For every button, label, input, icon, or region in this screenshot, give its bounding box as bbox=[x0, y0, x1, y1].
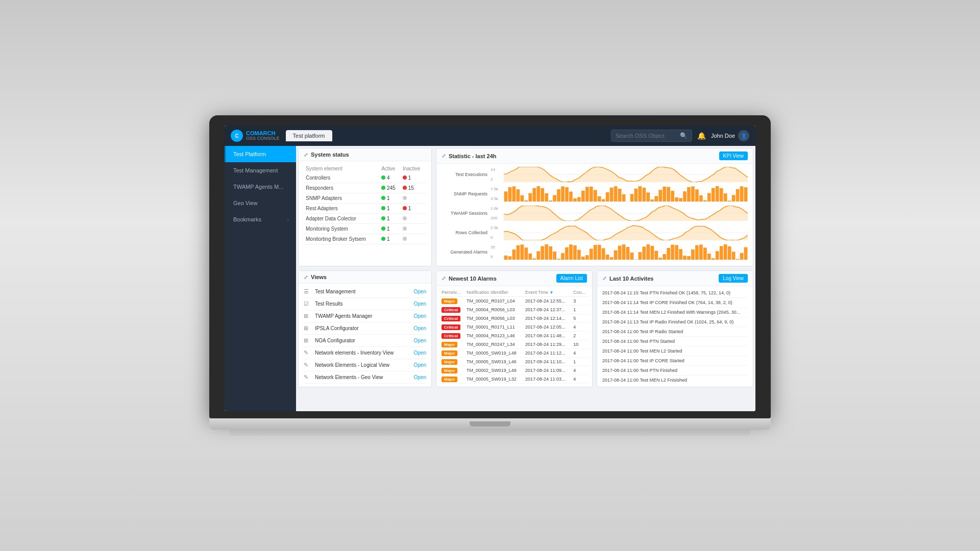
svg-rect-121 bbox=[732, 252, 736, 260]
inactive-cell bbox=[401, 224, 426, 234]
expand-icon[interactable]: ⤢ bbox=[304, 152, 308, 158]
logo-icon: C bbox=[231, 130, 243, 142]
search-input[interactable] bbox=[616, 133, 677, 139]
list-item: 2017-08-24 11:14 Test MEN L2 Finished Wi… bbox=[602, 308, 748, 317]
count-cell: 3 bbox=[571, 297, 589, 306]
active-value: 1 bbox=[387, 216, 390, 221]
topbar-right: 🔍 🔔 John Doe 👤 bbox=[611, 130, 749, 142]
open-link[interactable]: Open bbox=[414, 313, 426, 319]
active-dot bbox=[381, 216, 385, 220]
svg-rect-42 bbox=[667, 187, 670, 202]
open-link[interactable]: Open bbox=[414, 338, 426, 343]
view-name: Network Elements - Geo View bbox=[315, 374, 410, 380]
svg-rect-69 bbox=[520, 244, 524, 260]
chart-y-labels: 2.5k0 bbox=[491, 226, 501, 240]
svg-rect-86 bbox=[590, 248, 593, 260]
svg-rect-83 bbox=[577, 250, 581, 260]
activities-body: 2017-08-24 11:15 Test PTN Finished OK (1… bbox=[597, 286, 753, 387]
sidebar-item-bookmarks[interactable]: Bookmarks› bbox=[225, 211, 296, 228]
severity-cell: Critical bbox=[439, 314, 464, 323]
svg-rect-43 bbox=[671, 191, 674, 202]
activities-expand-icon[interactable]: ⤢ bbox=[602, 276, 606, 281]
svg-rect-45 bbox=[679, 198, 682, 202]
svg-rect-33 bbox=[630, 194, 634, 202]
views-title: Views bbox=[311, 274, 327, 280]
stats-expand-icon[interactable]: ⤢ bbox=[442, 153, 446, 159]
notification-cell: TM_00002_R0107_L04 bbox=[464, 297, 523, 306]
svg-rect-95 bbox=[626, 247, 630, 260]
alarms-expand-icon[interactable]: ⤢ bbox=[442, 276, 446, 281]
svg-rect-80 bbox=[565, 247, 569, 260]
sidebar-item-geo-view[interactable]: Geo View bbox=[225, 195, 296, 211]
active-cell: 1 bbox=[379, 214, 401, 224]
open-link[interactable]: Open bbox=[414, 350, 426, 356]
list-item: ⊞ TWAMP Agents Manager Open bbox=[304, 310, 426, 322]
active-value: 4 bbox=[387, 175, 390, 181]
inactive-cell bbox=[401, 193, 426, 204]
sidebar-item-test-management[interactable]: Test Management bbox=[225, 162, 296, 179]
logo-text: COMARCH OSS CONSOLE bbox=[246, 130, 280, 141]
chart-label: TWAMP Sessions bbox=[442, 211, 487, 216]
svg-rect-34 bbox=[634, 189, 638, 202]
severity-badge: Major bbox=[442, 359, 457, 365]
log-view-button[interactable]: Log View bbox=[719, 274, 748, 283]
notification-cell: TM_00002_R0247_L34 bbox=[464, 340, 523, 349]
svg-rect-87 bbox=[594, 245, 597, 260]
kpi-view-button[interactable]: KPI View bbox=[719, 152, 748, 160]
open-link[interactable]: Open bbox=[414, 301, 426, 307]
inactive-dot bbox=[403, 176, 407, 180]
open-link[interactable]: Open bbox=[414, 289, 426, 294]
alarm-col-notification: Notification Identifier bbox=[464, 288, 523, 297]
alarm-list-button[interactable]: Alarm List bbox=[556, 274, 587, 283]
chart-label: Test Executions bbox=[442, 172, 487, 177]
open-link[interactable]: Open bbox=[414, 374, 426, 380]
svg-rect-73 bbox=[536, 251, 540, 260]
sidebar-item-test-platform[interactable]: Test Platform bbox=[225, 146, 296, 162]
severity-badge: Major bbox=[442, 350, 457, 356]
svg-rect-12 bbox=[545, 193, 548, 202]
svg-rect-3 bbox=[508, 187, 512, 202]
svg-rect-41 bbox=[663, 187, 666, 202]
chevron-right-icon: › bbox=[287, 217, 289, 222]
svg-rect-17 bbox=[565, 187, 569, 202]
active-dot bbox=[381, 176, 385, 180]
list-item: 2017-08-24 11:15 Test PTN Finished OK (1… bbox=[602, 288, 748, 298]
tab-test-platform[interactable]: Test platform bbox=[286, 130, 332, 141]
search-box[interactable]: 🔍 bbox=[611, 130, 692, 142]
list-item: 2017-08-24 11:00 Test MEN L2 Fnisished bbox=[602, 375, 748, 385]
inactive-dot bbox=[403, 186, 407, 190]
svg-rect-109 bbox=[683, 256, 687, 260]
svg-rect-68 bbox=[516, 245, 520, 260]
chart-area bbox=[504, 225, 748, 240]
event-time-cell: 2017-08-24 11:03... bbox=[523, 375, 571, 384]
svg-rect-39 bbox=[654, 196, 658, 202]
severity-badge: Major bbox=[442, 342, 457, 347]
svg-rect-7 bbox=[524, 201, 528, 202]
chart-area bbox=[504, 186, 748, 202]
chart-area bbox=[504, 167, 748, 182]
severity-cell: Major bbox=[439, 366, 464, 375]
active-cell: 1 bbox=[379, 224, 401, 234]
svg-rect-70 bbox=[524, 247, 528, 260]
svg-rect-10 bbox=[536, 186, 540, 202]
notification-cell: TM_00004_R0056_L03 bbox=[464, 314, 523, 323]
view-type-icon: ☰ bbox=[304, 288, 311, 295]
view-type-icon: ☑ bbox=[304, 300, 311, 307]
sort-icon[interactable]: ▼ bbox=[550, 290, 554, 295]
bell-icon[interactable]: 🔔 bbox=[697, 132, 706, 140]
view-type-icon: ⊞ bbox=[304, 325, 311, 332]
open-link[interactable]: Open bbox=[414, 362, 426, 368]
svg-rect-27 bbox=[606, 192, 609, 202]
views-expand-icon[interactable]: ⤢ bbox=[304, 274, 308, 280]
svg-rect-29 bbox=[614, 186, 618, 202]
open-link[interactable]: Open bbox=[414, 325, 426, 331]
tab-bar: Test platform bbox=[286, 130, 611, 141]
sidebar-item-twamp-agents[interactable]: TWAMP Agents M... bbox=[225, 179, 296, 195]
svg-rect-18 bbox=[569, 191, 573, 202]
table-row: Major TM_00002_SW019_L49 2017-08-24 11:0… bbox=[439, 366, 589, 375]
svg-rect-14 bbox=[553, 195, 556, 202]
severity-badge: Major bbox=[442, 377, 457, 382]
svg-rect-116 bbox=[712, 258, 715, 260]
svg-rect-9 bbox=[532, 188, 536, 202]
svg-rect-81 bbox=[569, 244, 573, 260]
